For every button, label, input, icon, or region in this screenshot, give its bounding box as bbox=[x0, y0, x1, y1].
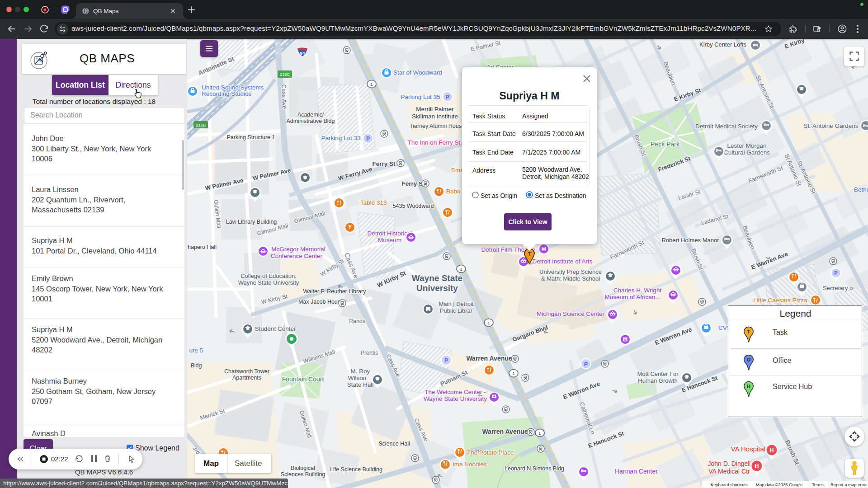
svg-text:1: 1 bbox=[538, 431, 541, 436]
svg-text:P: P bbox=[446, 94, 449, 100]
svg-text:VA Hospital: VA Hospital bbox=[731, 445, 765, 453]
svg-text:John D. Dingell: John D. Dingell bbox=[708, 460, 751, 467]
svg-text:Robert Holmes Manor: Robert Holmes Manor bbox=[661, 237, 719, 244]
svg-text:Law Library Building: Law Library Building bbox=[226, 219, 277, 225]
svg-text:Cass Ave: Cass Ave bbox=[280, 84, 288, 109]
svg-text:Peck Park: Peck Park bbox=[651, 141, 680, 148]
svg-text:VA Medical Ctr: VA Medical Ctr bbox=[708, 468, 750, 475]
svg-text:Tierney Alumni House: Tierney Alumni House bbox=[410, 123, 465, 129]
svg-text:Wilson: Wilson bbox=[348, 375, 367, 381]
svg-text:Science Hall: Science Hall bbox=[378, 441, 410, 447]
svg-text:Recording Studios: Recording Studios bbox=[202, 90, 252, 97]
svg-text:P: P bbox=[834, 270, 837, 276]
svg-text:Little Caesars Pizza: Little Caesars Pizza bbox=[753, 297, 807, 304]
svg-text:M. Roy: M. Roy bbox=[351, 368, 370, 375]
svg-text:94: 94 bbox=[300, 51, 305, 56]
svg-text:The Potato Place: The Potato Place bbox=[467, 449, 514, 456]
svg-text:The Inn on Ferry St: The Inn on Ferry St bbox=[408, 139, 461, 146]
svg-text:P: P bbox=[366, 136, 370, 142]
svg-text:Main | Detroit: Main | Detroit bbox=[439, 300, 473, 307]
svg-text:Warren Avenue: Warren Avenue bbox=[482, 428, 528, 435]
svg-text:Bethel Lo: Bethel Lo bbox=[854, 186, 868, 193]
svg-text:O: O bbox=[747, 357, 751, 362]
svg-text:Conference Center: Conference Center bbox=[271, 253, 323, 259]
svg-text:Mott Center For: Mott Center For bbox=[637, 371, 679, 377]
svg-text:Fountain Court: Fountain Court bbox=[282, 375, 324, 383]
svg-text:Prentis: Prentis bbox=[361, 350, 378, 356]
svg-text:Wayne State University: Wayne State University bbox=[424, 395, 487, 402]
svg-text:T: T bbox=[528, 251, 531, 257]
svg-text:Warren Avenue: Warren Avenue bbox=[466, 355, 512, 362]
svg-text:College of Education,: College of Education, bbox=[241, 272, 297, 279]
svg-text:Table 313: Table 313 bbox=[360, 199, 387, 206]
svg-text:Secretary o: Secretary o bbox=[823, 285, 853, 291]
svg-text:Museum: Museum bbox=[378, 237, 401, 244]
svg-text:Detroit Medical Society: Detroit Medical Society bbox=[695, 123, 758, 130]
svg-text:H: H bbox=[755, 463, 759, 469]
svg-text:& Math: Middle School: & Math: Middle School bbox=[541, 275, 600, 282]
svg-text:State Hall: State Hall bbox=[347, 381, 374, 388]
svg-text:McGregor Memorial: McGregor Memorial bbox=[271, 246, 325, 253]
svg-text:215B: 215B bbox=[196, 122, 206, 127]
svg-text:Sciences Building: Sciences Building bbox=[281, 471, 326, 478]
svg-text:University: University bbox=[416, 283, 458, 293]
svg-text:Biological: Biological bbox=[291, 465, 315, 471]
svg-text:ure 5: ure 5 bbox=[189, 347, 203, 354]
svg-text:Charles H. Wright: Charles H. Wright bbox=[613, 287, 662, 294]
svg-text:Administrative Bldg: Administrative Bldg bbox=[287, 118, 335, 124]
svg-text:United Sound Systems: United Sound Systems bbox=[202, 84, 264, 91]
svg-text:Merrill Palmer: Merrill Palmer bbox=[416, 106, 454, 113]
svg-text:Kirby Center Lofts: Kirby Center Lofts bbox=[699, 41, 747, 48]
svg-text:Ima Noodles: Ima Noodles bbox=[453, 461, 487, 468]
svg-text:Ferry St: Ferry St bbox=[372, 160, 396, 167]
svg-text:Lester Morgan: Lester Morgan bbox=[727, 142, 766, 149]
svg-text:Parking Structure 1: Parking Structure 1 bbox=[227, 134, 275, 141]
svg-text:Ferry St: Ferry St bbox=[401, 180, 425, 187]
svg-text:Detroit Institute of Arts: Detroit Institute of Arts bbox=[533, 258, 593, 265]
svg-text:Student Center: Student Center bbox=[255, 325, 296, 332]
svg-text:1: 1 bbox=[487, 320, 490, 325]
svg-text:1: 1 bbox=[460, 267, 462, 272]
svg-text:Michigan Science Center: Michigan Science Center bbox=[537, 310, 605, 317]
svg-text:Museum of African...: Museum of African... bbox=[604, 294, 660, 300]
svg-text:The Welcome Center -: The Welcome Center - bbox=[425, 389, 486, 395]
svg-text:Bldg: Bldg bbox=[190, 362, 202, 369]
svg-text:Cultural Gardens: Cultural Gardens bbox=[724, 149, 770, 156]
svg-text:Skillman Institute: Skillman Institute bbox=[412, 113, 458, 120]
svg-text:Parking Lot 33: Parking Lot 33 bbox=[321, 135, 360, 141]
svg-text:1: 1 bbox=[370, 82, 373, 87]
svg-text:Public Librar: Public Librar bbox=[440, 307, 473, 314]
svg-text:Wayne State University: Wayne State University bbox=[238, 279, 299, 286]
svg-text:Hannan Center: Hannan Center bbox=[615, 468, 658, 475]
svg-text:Chatsworth Tower: Chatsworth Tower bbox=[224, 368, 269, 375]
svg-text:Walter P. Reuther Library: Walter P. Reuther Library bbox=[303, 288, 367, 295]
svg-text:University Prep Science: University Prep Science bbox=[539, 268, 602, 275]
svg-text:Babo: Babo bbox=[446, 188, 461, 195]
svg-text:Life Science Building: Life Science Building bbox=[330, 466, 382, 473]
svg-text:1: 1 bbox=[512, 371, 514, 376]
svg-text:Parking Lot 35: Parking Lot 35 bbox=[401, 94, 440, 100]
svg-text:Max Jacob House: Max Jacob House bbox=[298, 299, 344, 305]
svg-text:Academic/: Academic/ bbox=[297, 112, 324, 118]
svg-text:Human Growth: Human Growth bbox=[638, 377, 677, 384]
svg-text:T: T bbox=[747, 329, 750, 334]
svg-text:hapero Hall: hapero Hall bbox=[188, 244, 217, 250]
svg-text:H: H bbox=[747, 384, 750, 389]
svg-text:Apartments: Apartments bbox=[232, 375, 261, 381]
svg-text:H: H bbox=[769, 447, 774, 454]
svg-text:Detroit Historical: Detroit Historical bbox=[367, 230, 412, 237]
svg-text:St. Antoine Gardens: St. Antoine Gardens bbox=[804, 122, 859, 129]
svg-text:P: P bbox=[584, 361, 588, 367]
svg-text:Wayne State: Wayne State bbox=[412, 273, 462, 283]
svg-text:5435 Woodward: 5435 Woodward bbox=[393, 203, 434, 209]
svg-text:Rands: Rands bbox=[349, 318, 365, 324]
svg-text:215C: 215C bbox=[280, 72, 290, 77]
svg-text:P: P bbox=[444, 357, 448, 364]
svg-text:Star of Woodward: Star of Woodward bbox=[393, 69, 442, 76]
svg-text:Leonard N.Simons Bldg: Leonard N.Simons Bldg bbox=[505, 465, 564, 472]
